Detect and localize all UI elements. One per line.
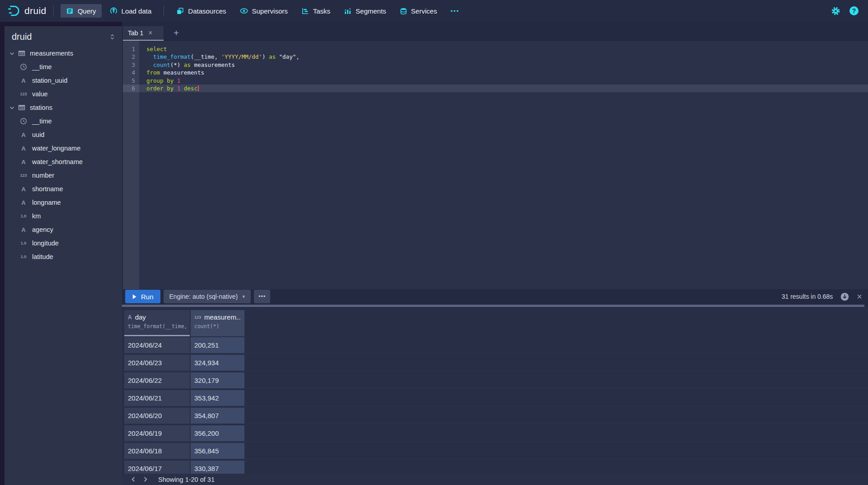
sidebar-column-water_shortname[interactable]: Awater_shortname [5,155,122,169]
sort-columns-icon[interactable] [109,33,116,40]
nav-item-label: Tasks [313,7,330,15]
sidebar-column-agency[interactable]: Aagency [5,223,122,236]
tab-tab1[interactable]: Tab 1 × [123,26,164,41]
cell-day[interactable]: 2024/06/23 [124,355,190,371]
string-type-icon: A [18,226,29,233]
top-navbar: druid QueryLoad dataDatasourcesSuperviso… [0,0,868,22]
sql-editor[interactable]: 1select2 time_format(__time, 'YYYY/MM/dd… [123,41,868,289]
table-name: measurements [30,50,73,57]
cell-measurements[interactable]: 324,934 [191,355,244,371]
engine-select[interactable]: Engine: auto (sql-native) ▾ [164,290,251,303]
cell-measurements[interactable]: 356,845 [191,443,244,459]
cell-day[interactable]: 2024/06/21 [124,390,190,406]
code-token [174,77,177,84]
code-token: order by [146,85,174,92]
column-expression: count(*) [194,323,241,330]
sidebar-column-__time[interactable]: __time [5,114,122,128]
help-icon[interactable]: ? [849,6,859,15]
code-token [180,85,184,92]
number-type-icon: 123 [18,173,29,178]
code-lines: 1select2 time_format(__time, 'YYYY/MM/dd… [123,45,868,92]
sidebar-column-longitude[interactable]: 1.0longitude [5,236,122,250]
table-icon [18,104,26,111]
column-header-day[interactable]: A day time_format(__time, … [124,310,190,336]
column-name: water_longname [32,145,80,152]
code-line-6: 6order by 1 desc [123,85,868,92]
column-header-measurements[interactable]: 123 measurem... count(*) [191,310,244,336]
nav-item-services[interactable]: Services [394,4,443,18]
chevron-down-icon[interactable] [9,105,15,111]
query-more-button[interactable]: ••• [254,290,270,303]
column-name: value [32,90,48,98]
sidebar-column-__time[interactable]: __time [5,60,122,74]
code-line-5: 5group by 1 [123,77,868,85]
chevron-left-icon[interactable] [127,474,139,485]
nav-item-load-data[interactable]: Load data [104,4,157,18]
column-name: uuid [32,131,44,138]
tasks-icon [301,7,309,15]
clock-icon [18,63,29,71]
cell-day[interactable]: 2024/06/24 [124,337,190,353]
cell-measurements[interactable]: 353,942 [191,390,244,406]
download-results-icon[interactable] [840,292,849,301]
column-name: number [32,172,54,179]
run-button[interactable]: Run [125,290,160,303]
cell-measurements[interactable]: 354,807 [191,408,244,424]
sidebar-column-km[interactable]: 1.0km [5,209,122,223]
close-results-icon[interactable]: × [857,292,862,301]
cell-day[interactable]: 2024/06/20 [124,408,190,424]
nav-item-query[interactable]: Query [61,4,102,18]
nav-item-tasks[interactable]: Tasks [296,4,336,18]
sidebar-column-water_longname[interactable]: Awater_longname [5,141,122,155]
cell-day[interactable]: 2024/06/18 [124,443,190,459]
nav-item-label: Load data [122,7,152,15]
chevron-right-icon[interactable] [139,474,151,485]
nav-item-more[interactable]: ••• [445,4,465,18]
cell-measurements[interactable]: 330,387 [191,461,244,474]
sidebar-column-latitude[interactable]: 1.0latitude [5,250,122,264]
close-tab-icon[interactable]: × [148,29,152,37]
druid-brand[interactable]: druid [7,4,47,18]
gear-icon[interactable] [831,6,840,16]
sidebar-column-longname[interactable]: Alongname [5,196,122,209]
cell-day[interactable]: 2024/06/22 [124,372,190,388]
line-number: 5 [123,77,139,85]
new-tab-button[interactable]: + [169,26,183,40]
column-name: longitude [32,240,59,247]
cell-day[interactable]: 2024/06/17 [124,461,190,474]
code-token: ) [262,53,269,60]
chevron-down-icon[interactable] [9,51,15,57]
tab-label: Tab 1 [128,29,143,37]
cell-day[interactable]: 2024/06/19 [124,425,190,441]
sidebar-column-shortname[interactable]: Ashortname [5,182,122,196]
sidebar-column-number[interactable]: 123number [5,169,122,182]
results-rows: 2024/06/24200,2512024/06/23324,9342024/0… [122,337,868,474]
sidebar-column-station_uuid[interactable]: Astation_uuid [5,74,122,87]
sidebar-column-uuid[interactable]: Auuid [5,128,122,141]
nav-item-supervisors[interactable]: Supervisors [235,4,293,18]
cell-measurements[interactable]: 200,251 [191,337,244,353]
nav-item-segments[interactable]: Segments [338,4,392,18]
code-token: select [146,46,167,52]
results-header: A day time_format(__time, … 123 measurem… [124,310,245,336]
nav-right-controls: ? [831,6,861,16]
sidebar-table-stations[interactable]: stations [5,101,122,114]
nav-item-datasources[interactable]: Datasources [171,4,231,18]
string-type-icon: A [128,314,132,320]
table-row: 2024/06/18356,845 [122,443,868,461]
column-expression: time_format(__time, … [128,323,186,330]
code-token: group by [146,77,174,84]
sidebar-column-value[interactable]: 123value [5,87,122,101]
number-type-icon: 123 [18,92,29,96]
cell-measurements[interactable]: 320,179 [191,372,244,388]
sidebar-table-measurements[interactable]: measurements [5,47,122,60]
table-icon [18,50,26,57]
cell-measurements[interactable]: 356,200 [191,425,244,441]
table-row: 2024/06/23324,934 [122,355,868,372]
segments-icon [344,7,352,15]
code-token: measurements [160,69,204,76]
query-icon [66,7,74,15]
code-token: (__time, [191,53,221,60]
string-type-icon: A [18,145,29,152]
schema-tree: measurements__timeAstation_uuid123values… [5,47,122,264]
